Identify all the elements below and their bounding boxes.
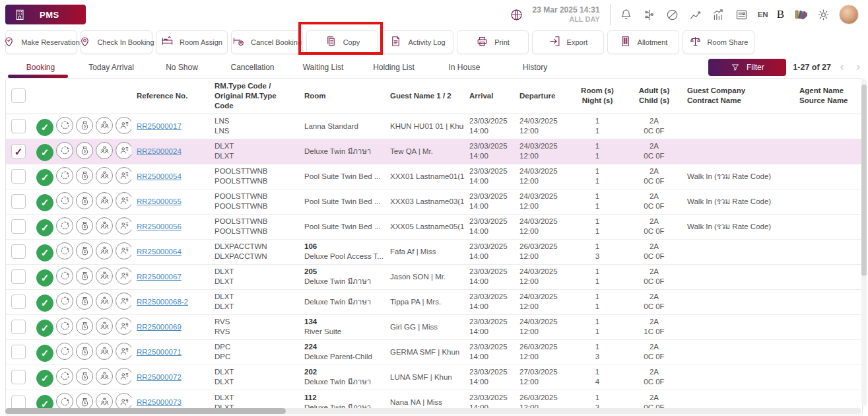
row-checkbox[interactable]: ✓ [11,144,26,158]
news-icon[interactable] [735,7,749,22]
payment-icon[interactable]: $ [76,217,93,234]
sync-status-icon[interactable] [56,368,73,385]
guest-profile-icon[interactable] [116,192,131,209]
toolbar-button-print[interactable]: Print [457,30,529,54]
reference-link[interactable]: RR25000068-2 [137,298,188,306]
sync-status-icon[interactable] [56,117,73,134]
sync-status-icon[interactable] [56,142,73,159]
reference-link[interactable]: RR25000071 [137,348,182,356]
reference-link[interactable]: RR25000064 [137,248,182,256]
payment-icon[interactable]: $ [76,117,93,134]
branch-icon[interactable] [642,7,657,22]
language-selector[interactable]: EN [758,11,768,18]
reference-link[interactable]: RR25000069 [137,323,182,331]
globe-icon[interactable] [510,7,524,22]
sync-status-icon[interactable] [56,267,73,285]
select-all-checkbox[interactable] [11,88,26,103]
reference-link[interactable]: RR25000056 [137,223,182,230]
row-checkbox[interactable] [11,219,26,234]
guest-profile-icon[interactable] [116,142,131,159]
toolbar-button-room-share[interactable]: Room Share [683,30,754,54]
toolbar-button-allotment[interactable]: Allotment [607,30,679,54]
toolbar-button-copy[interactable]: Copy [306,30,378,54]
sync-status-icon[interactable] [56,217,73,234]
filter-button[interactable]: Filter [708,59,786,76]
payment-icon[interactable]: $ [76,318,93,335]
bar-chart-icon[interactable] [712,7,726,22]
sync-status-icon[interactable] [56,167,73,184]
tab-today-arrival[interactable]: Today Arrival [76,57,147,77]
payment-icon[interactable]: $ [76,343,93,360]
row-checkbox[interactable] [11,244,26,259]
reference-link[interactable]: RR25000073 [137,398,182,406]
toolbar-button-room-assign[interactable]: Room Assign [156,30,228,54]
reference-link[interactable]: RR25000055 [137,197,182,205]
confirmed-check-icon[interactable]: ✓ [36,144,53,161]
toolbar-button-check-in-booking[interactable]: Check In Booking [81,30,152,54]
confirmed-check-icon[interactable]: ✓ [36,345,53,362]
payment-icon[interactable]: $ [76,293,93,310]
payment-icon[interactable]: $ [76,192,93,209]
vertical-scrollbar[interactable] [861,79,867,405]
bold-b-button[interactable]: B [777,8,784,21]
payment-icon[interactable]: $ [76,368,93,385]
guest-profile-icon[interactable] [116,167,131,184]
confirmed-check-icon[interactable]: ✓ [36,169,53,186]
toolbar-button-make-reservation[interactable]: Make Reservation [5,30,77,54]
guest-profile-icon[interactable] [116,318,131,335]
sync-status-icon[interactable] [56,293,73,310]
tab-cancellation[interactable]: Cancellation [217,57,288,77]
confirmed-check-icon[interactable]: ✓ [36,219,53,236]
group-share-icon[interactable] [96,217,113,234]
tab-in-house[interactable]: In House [429,57,500,77]
group-share-icon[interactable] [96,343,113,360]
palette-icon[interactable] [793,7,807,22]
guest-profile-icon[interactable] [116,267,131,285]
user-avatar[interactable] [839,5,859,24]
payment-icon[interactable]: $ [76,242,93,260]
sync-status-icon[interactable] [56,242,73,260]
group-share-icon[interactable] [96,117,113,134]
confirmed-check-icon[interactable]: ✓ [36,119,53,136]
reference-link[interactable]: RR25000072 [137,373,182,381]
confirmed-check-icon[interactable]: ✓ [36,370,53,387]
reference-link[interactable]: RR25000017 [137,122,182,130]
line-chart-icon[interactable] [688,7,703,22]
sync-status-icon[interactable] [56,343,73,360]
group-share-icon[interactable] [96,267,113,285]
sync-status-icon[interactable] [56,318,73,335]
prev-page-icon[interactable] [838,63,847,72]
confirmed-check-icon[interactable]: ✓ [36,244,53,261]
row-checkbox[interactable] [11,320,26,334]
confirmed-check-icon[interactable]: ✓ [36,269,53,287]
toolbar-button-export[interactable]: Export [532,30,604,54]
tab-booking[interactable]: Booking [5,57,76,77]
row-checkbox[interactable] [11,194,26,209]
row-checkbox[interactable] [11,345,26,359]
confirmed-check-icon[interactable]: ✓ [36,194,53,211]
row-checkbox[interactable] [11,169,26,184]
vertical-scrollbar-thumb[interactable] [861,85,867,276]
confirmed-check-icon[interactable]: ✓ [36,295,53,312]
tab-history[interactable]: History [500,57,570,77]
reference-link[interactable]: RR25000054 [137,172,182,180]
guest-profile-icon[interactable] [116,117,131,134]
group-share-icon[interactable] [96,242,113,260]
horizontal-scrollbar-thumb[interactable] [5,408,286,414]
guest-profile-icon[interactable] [116,242,131,260]
row-checkbox[interactable] [11,119,26,133]
group-share-icon[interactable] [96,167,113,184]
pms-logo[interactable]: PMS [5,5,86,24]
group-share-icon[interactable] [96,318,113,335]
toolbar-button-activity-log[interactable]: Activity Log [382,30,453,54]
tab-holding-list[interactable]: Holding List [358,57,429,77]
group-share-icon[interactable] [96,368,113,385]
group-share-icon[interactable] [96,192,113,209]
guest-profile-icon[interactable] [116,368,131,385]
group-share-icon[interactable] [96,142,113,159]
tab-no-show[interactable]: No Show [147,57,217,77]
guest-profile-icon[interactable] [116,217,131,234]
sync-status-icon[interactable] [56,192,73,209]
horizontal-scrollbar[interactable] [5,408,861,414]
group-share-icon[interactable] [96,293,113,310]
